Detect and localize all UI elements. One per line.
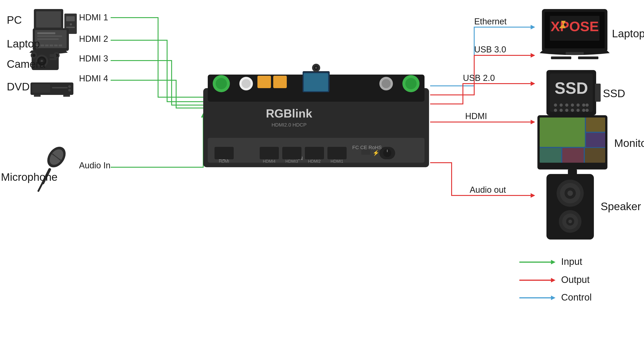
hdmi2-label: HDMI 2 — [79, 34, 108, 44]
legend-output: Output — [561, 274, 590, 285]
svg-rect-11 — [41, 45, 44, 46]
legend-input: Input — [561, 256, 582, 267]
legend-control: Control — [561, 292, 592, 302]
svg-point-111 — [554, 109, 557, 112]
svg-rect-7 — [66, 27, 75, 28]
svg-point-56 — [216, 78, 227, 89]
svg-text:SSD: SSD — [554, 79, 588, 97]
svg-rect-118 — [595, 84, 601, 102]
ssd-label: SSD — [603, 88, 625, 99]
svg-point-107 — [571, 104, 574, 107]
audio-out-label: Audio out — [470, 185, 506, 195]
svg-rect-5 — [66, 16, 75, 21]
svg-point-6 — [70, 23, 72, 26]
svg-point-137 — [568, 220, 572, 223]
svg-point-104 — [554, 104, 557, 107]
svg-point-58 — [242, 79, 251, 88]
svg-rect-77 — [282, 147, 302, 159]
svg-rect-33 — [52, 87, 68, 88]
svg-rect-121 — [540, 118, 585, 147]
svg-text:HDMI3: HDMI3 — [286, 159, 298, 164]
svg-text:RGBlink: RGBlink — [266, 107, 312, 120]
hdmi4-label: HDMI 4 — [79, 74, 108, 83]
svg-point-62 — [382, 79, 391, 88]
svg-rect-100 — [578, 57, 598, 59]
monitor-label: Monitor — [614, 137, 644, 149]
svg-rect-14 — [54, 45, 58, 46]
laptop-out-icon: XPOSE — [540, 9, 610, 59]
svg-text:HDMI: HDMI — [219, 159, 229, 164]
svg-line-43 — [38, 183, 42, 191]
hdmi3-label: HDMI 3 — [79, 54, 108, 63]
svg-text:HDMI1: HDMI1 — [330, 159, 343, 164]
svg-rect-66 — [304, 73, 328, 91]
audio-in-label: Audio In — [79, 161, 110, 170]
ssd-icon: SSD — [546, 70, 601, 115]
svg-marker-89 — [531, 81, 535, 86]
usb3-label: USB 3.0 — [474, 45, 506, 54]
svg-marker-91 — [531, 193, 535, 198]
svg-marker-87 — [531, 25, 535, 29]
microphone-label: Microphone — [1, 171, 58, 183]
svg-point-114 — [571, 109, 574, 112]
svg-rect-12 — [45, 45, 48, 46]
svg-point-34 — [68, 85, 71, 88]
microphone-icon — [38, 143, 69, 191]
svg-rect-126 — [585, 148, 605, 163]
svg-rect-13 — [50, 45, 53, 46]
svg-rect-64 — [273, 76, 287, 88]
rgblink-device: RGBlink HDMI2.0 HDCP FC CE RoHS OUT IN H… — [203, 64, 429, 167]
ethernet-label: Ethernet — [474, 17, 507, 26]
svg-point-112 — [560, 109, 563, 112]
svg-rect-1 — [36, 11, 61, 28]
speaker-icon — [546, 174, 594, 239]
svg-point-108 — [576, 104, 580, 107]
svg-point-106 — [565, 104, 568, 107]
camera-label: Camera — [7, 58, 46, 70]
dvd-label: DVD — [7, 81, 30, 93]
svg-rect-81 — [328, 147, 346, 159]
hdmi1-label: HDMI 1 — [79, 13, 108, 22]
svg-rect-123 — [586, 133, 605, 147]
svg-point-54 — [315, 67, 317, 69]
svg-rect-30 — [50, 58, 56, 60]
svg-rect-29 — [50, 54, 56, 57]
svg-marker-141 — [551, 278, 556, 282]
svg-point-110 — [586, 104, 589, 107]
svg-rect-15 — [59, 45, 62, 46]
svg-text:XPOSE: XPOSE — [550, 19, 599, 34]
svg-point-109 — [582, 104, 585, 107]
svg-rect-85 — [361, 149, 370, 155]
svg-rect-18 — [37, 39, 59, 40]
svg-rect-37 — [63, 95, 70, 97]
laptop-out-label: Laptop — [612, 28, 644, 40]
svg-rect-32 — [32, 84, 50, 93]
svg-marker-139 — [551, 260, 556, 264]
svg-marker-90 — [531, 120, 535, 124]
pc-label: PC — [7, 14, 22, 26]
svg-rect-16 — [37, 32, 55, 34]
svg-rect-73 — [214, 147, 234, 159]
svg-point-116 — [582, 109, 585, 112]
svg-point-117 — [586, 109, 589, 112]
dvd-icon — [30, 83, 74, 97]
speaker-label: Speaker — [601, 200, 641, 212]
svg-rect-79 — [305, 147, 324, 159]
usb2-label: USB 2.0 — [463, 73, 495, 83]
svg-point-105 — [560, 104, 563, 107]
svg-point-113 — [565, 109, 568, 112]
svg-rect-122 — [586, 118, 605, 132]
svg-marker-143 — [551, 295, 556, 300]
svg-rect-17 — [37, 36, 62, 37]
monitor-icon — [538, 115, 608, 183]
svg-rect-99 — [551, 57, 571, 59]
svg-rect-75 — [260, 147, 279, 159]
svg-rect-63 — [258, 76, 271, 88]
svg-point-60 — [405, 78, 416, 89]
svg-rect-125 — [562, 148, 584, 163]
svg-point-115 — [576, 109, 580, 112]
svg-text:HDMI2: HDMI2 — [308, 159, 321, 164]
hdmi-out-label: HDMI — [465, 111, 487, 121]
svg-text:⚡: ⚡ — [372, 150, 379, 156]
svg-point-26 — [32, 54, 36, 57]
